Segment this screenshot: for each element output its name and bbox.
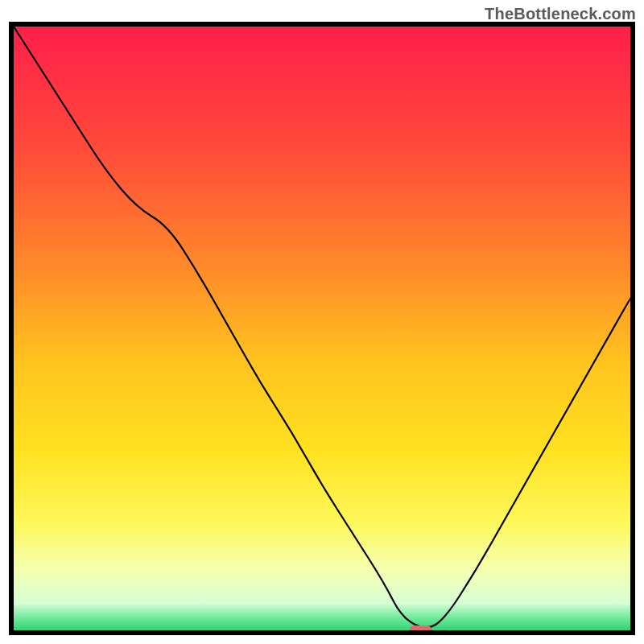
heat-gradient-bg (14, 27, 630, 630)
chart-svg (0, 0, 644, 644)
watermark-text: TheBottleneck.com (485, 5, 636, 23)
plot-area (14, 27, 630, 635)
bottleneck-chart: TheBottleneck.com (0, 0, 644, 644)
